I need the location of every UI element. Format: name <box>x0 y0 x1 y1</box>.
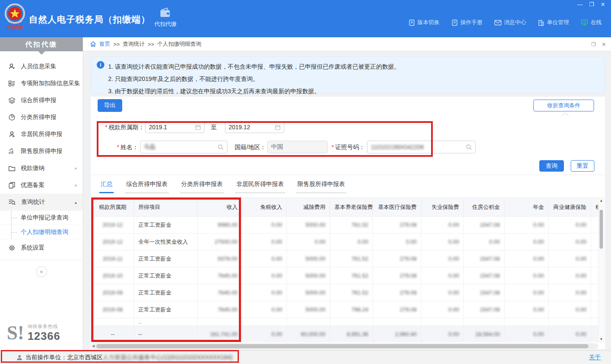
table-cell <box>591 284 599 301</box>
table-cell: 0.00 <box>242 326 287 343</box>
horizontal-scrollbar[interactable]: ◀ <box>91 343 598 349</box>
pane-close-icon[interactable]: ✕ <box>602 42 606 47</box>
id-number-input[interactable]: 110102199X042206 <box>367 141 476 153</box>
nav-online-status[interactable]: 在线 <box>581 19 602 26</box>
restore-icon[interactable]: ❐ <box>588 1 595 8</box>
table-cell: 2019-12 <box>92 233 134 250</box>
column-header: 税 <box>591 198 599 217</box>
reset-button[interactable]: 重置 <box>571 160 594 172</box>
breadcrumb-crumb: 查询统计 <box>123 40 145 48</box>
table-cell: 0.00 <box>504 233 549 250</box>
results-table-wrap: 税款所属期所得项目收入免税收入减除费用基本养老保险费基本医疗保险费失业保险费住房… <box>91 197 598 342</box>
export-button[interactable]: 导出 <box>98 99 122 112</box>
sidebar-subitem-unit-declaration-query[interactable]: 单位申报记录查询 <box>0 211 83 225</box>
table-cell: -- <box>134 326 198 343</box>
sidebar-item-label: 税款缴纳 <box>21 164 45 172</box>
table-cell: 5000.00 <box>287 250 330 267</box>
table-row: 2019-09正常工资薪金7645.000.005000.00761.52279… <box>92 284 599 301</box>
minimize-icon[interactable]: — <box>576 1 584 8</box>
table-cell: 0.00 <box>549 217 591 233</box>
table-cell: 0.00 <box>504 250 549 267</box>
table-row: 2019-10正常工资薪金7645.000.005000.00761.52279… <box>92 267 599 284</box>
name-input[interactable]: 马磊 <box>140 141 227 153</box>
sidebar-item-classified-income[interactable]: 分类所得申报 <box>0 109 83 126</box>
scroll-left-icon[interactable]: ◀ <box>92 344 95 348</box>
notice-line: 3. 由于数据处理的滞后性，建议您在申报成功3天之后再来查询最新的申报数据。 <box>108 85 600 97</box>
breadcrumb-separator: >> <box>113 41 120 47</box>
submenu-label: 单位申报记录查询 <box>21 214 68 222</box>
about-link[interactable]: 关于 <box>589 354 601 361</box>
table-cell <box>421 318 464 326</box>
window-controls: — ❐ ✕ <box>576 1 607 8</box>
table-cell: 正常工资薪金 <box>134 217 198 233</box>
person-alt-icon <box>8 131 15 138</box>
nav-unit-management[interactable]: 单位管理 <box>538 19 569 26</box>
person-icon <box>8 63 15 70</box>
sidebar-item-tax-payment[interactable]: 税款缴纳 ▾ <box>0 160 83 177</box>
sidebar-item-restricted-stock[interactable]: 限售股所得申报 <box>0 143 83 160</box>
sidebar-item-special-deduction[interactable]: 专项附加扣除信息采集 <box>0 75 83 92</box>
name-label: 姓名： <box>113 141 138 153</box>
table-cell: 761.52 <box>330 217 373 233</box>
nav-manual[interactable]: 操作手册 <box>451 19 482 26</box>
tab-daikou-daijiao[interactable]: 代扣代缴 <box>146 8 185 28</box>
vertical-scroll-thumb[interactable] <box>600 210 603 249</box>
tab-comprehensive-income[interactable]: 综合所得申报表 <box>125 181 169 193</box>
table-cell <box>591 326 599 343</box>
scroll-up-icon[interactable]: ▲ <box>600 199 603 203</box>
sidebar-collapse-button[interactable]: « <box>36 266 47 277</box>
home-icon[interactable] <box>90 41 96 47</box>
close-icon[interactable]: ✕ <box>599 1 607 8</box>
horizontal-scroll-thumb[interactable] <box>96 344 589 348</box>
sidebar-header: 代扣代缴 <box>0 37 83 51</box>
table-cell: 全年一次性奖金收入 <box>134 233 198 250</box>
sidebar-item-system-settings[interactable]: 系统设置 <box>0 239 83 256</box>
sidebar-item-comprehensive-income[interactable]: 综合所得申报 <box>0 92 83 109</box>
nav-label: 版本切换 <box>418 19 440 26</box>
table-cell <box>549 318 591 326</box>
table-cell: 7645.00 <box>198 267 242 284</box>
breadcrumb: 首页 >> 查询统计 >> 个人扣缴明细查询 ❐ ✕ <box>83 37 611 51</box>
table-cell <box>330 318 373 326</box>
search-icon[interactable] <box>218 144 224 150</box>
breadcrumb-home[interactable]: 首页 <box>99 40 110 48</box>
tab-restricted-stock[interactable]: 限售股所得申报表 <box>296 181 346 193</box>
sidebar-item-nonresident-income[interactable]: 非居民所得申报 <box>0 126 83 143</box>
tab-nonresident-income[interactable]: 非居民所得申报表 <box>235 181 285 193</box>
sidebar-item-personnel-info[interactable]: 人员信息采集 <box>0 58 83 75</box>
table-cell: 0.00 <box>373 233 421 250</box>
hotline-label: 纳税服务热线 <box>28 323 60 330</box>
table-cell: 279.08 <box>373 267 421 284</box>
nationality-input: 中国 <box>267 141 328 153</box>
current-unit-redacted: 人力资源公共服务中心(1)(91110102XXXXXX184) <box>103 354 233 361</box>
column-header: 年金 <box>504 198 549 217</box>
period-to-input[interactable]: 2019.12 <box>225 121 284 133</box>
table-cell <box>242 318 287 326</box>
info-icon: i <box>97 61 104 69</box>
nav-message-center[interactable]: 消息中心 <box>494 19 526 26</box>
pane-restore-icon[interactable]: ❐ <box>591 42 596 47</box>
table-cell <box>591 250 599 267</box>
sidebar-item-query-statistics[interactable]: 查询统计 ▴ <box>0 194 83 211</box>
sidebar-item-preferential-record[interactable]: 优惠备案 ▾ <box>0 177 83 194</box>
search-button[interactable]: 查询 <box>539 160 564 172</box>
hotline-block: S! 纳税服务热线 12366 <box>7 323 60 343</box>
tab-label: 代扣代缴 <box>146 20 185 28</box>
search-icon[interactable] <box>466 144 472 150</box>
fold-query-conditions-button[interactable]: 收折查询条件 <box>533 100 594 111</box>
user-icon <box>16 354 23 361</box>
sidebar-subitem-personal-withholding-query[interactable]: 个人扣缴明细查询 <box>0 225 83 239</box>
table-cell: 2,960.40 <box>373 326 421 343</box>
period-from-input[interactable]: 2019.1 <box>145 121 205 133</box>
table-cell: 0.00 <box>549 233 591 250</box>
nav-label: 操作手册 <box>460 19 482 26</box>
table-cell: 60,000.00 <box>287 326 330 343</box>
tab-classified-income[interactable]: 分类所得申报表 <box>180 181 224 193</box>
tab-summary[interactable]: 汇总 <box>99 181 114 193</box>
table-cell: 0.00 <box>504 301 549 318</box>
table-row: 2019-12全年一次性奖金收入27500.000.000.000.000.00… <box>92 233 599 250</box>
scroll-down-icon[interactable]: ▼ <box>600 337 603 341</box>
sidebar-item-label: 优惠备案 <box>21 181 45 189</box>
nav-version-switch[interactable]: 版本切换 <box>409 19 440 26</box>
vertical-scrollbar[interactable]: ▲ ▼ <box>598 197 604 342</box>
